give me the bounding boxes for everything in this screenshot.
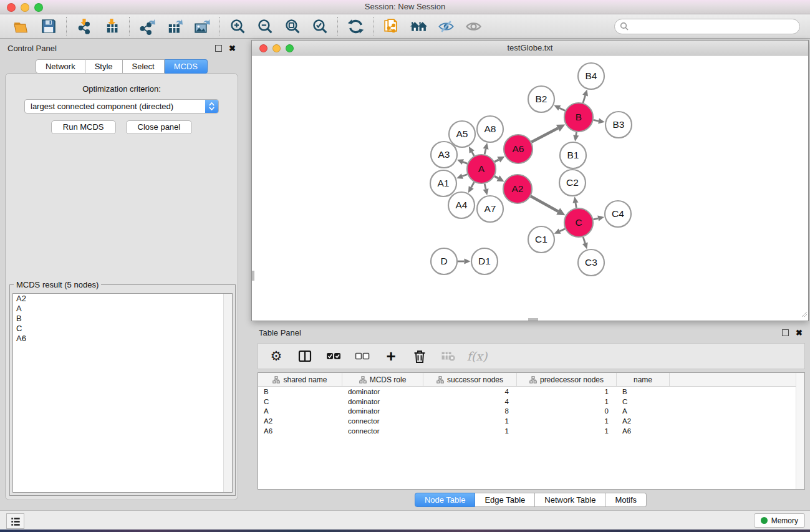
network-canvas[interactable]: B4B2BB3A5A8A6A3B1AC2A1A2A4A7C4CC1DD1C3 — [252, 56, 808, 321]
zoom-selected-icon[interactable] — [310, 16, 330, 36]
table-row[interactable]: Cdominator41C — [258, 397, 804, 407]
float-panel-icon[interactable] — [215, 45, 222, 52]
result-item-c[interactable]: C — [13, 324, 232, 334]
import-network-icon[interactable] — [74, 16, 94, 36]
table-row[interactable]: Bdominator41B — [258, 387, 804, 397]
network-maximize-icon[interactable] — [286, 44, 294, 52]
open-file-icon[interactable] — [11, 16, 31, 36]
minimize-window-icon[interactable] — [21, 3, 29, 12]
cell-shared-name[interactable]: A2 — [258, 417, 342, 425]
cell-successor-nodes[interactable]: 1 — [423, 417, 517, 425]
unselect-all-columns-icon[interactable] — [353, 347, 372, 365]
zoom-in-icon[interactable] — [228, 16, 248, 36]
cell-MCDS-role[interactable]: connector — [342, 427, 423, 435]
node-C3[interactable]: C3 — [578, 249, 604, 276]
show-graphics-details-icon[interactable] — [463, 16, 483, 36]
memory-button[interactable]: Memory — [754, 513, 805, 528]
close-table-panel-icon[interactable]: ✖ — [796, 329, 803, 337]
new-network-from-selection-icon[interactable] — [381, 16, 401, 36]
column-header-shared-name[interactable]: shared name — [258, 373, 342, 386]
node-C2[interactable]: C2 — [559, 170, 586, 196]
node-A5[interactable]: A5 — [449, 121, 475, 147]
cell-successor-nodes[interactable]: 1 — [423, 427, 517, 435]
node-A8[interactable]: A8 — [477, 116, 503, 142]
edge-B-B4[interactable] — [583, 95, 586, 103]
edge-B-B3[interactable] — [594, 120, 599, 121]
export-network-icon[interactable] — [137, 16, 157, 36]
resize-grip-icon[interactable] — [800, 309, 808, 320]
node-B1[interactable]: B1 — [560, 142, 586, 168]
cell-predecessor-nodes[interactable]: 1 — [517, 417, 617, 425]
canvas-vertical-scroll-nub[interactable] — [252, 271, 254, 281]
result-item-a2[interactable]: A2 — [13, 294, 232, 304]
close-window-icon[interactable] — [7, 3, 16, 12]
cell-name[interactable]: A6 — [617, 427, 670, 435]
cell-successor-nodes[interactable]: 4 — [423, 388, 517, 395]
cell-MCDS-role[interactable]: dominator — [342, 388, 423, 395]
cell-name[interactable]: A2 — [617, 417, 670, 425]
export-image-icon[interactable] — [192, 16, 212, 36]
cell-MCDS-role[interactable]: connector — [342, 417, 423, 425]
add-column-icon[interactable]: + — [382, 347, 400, 365]
cell-shared-name[interactable]: A — [258, 407, 342, 415]
save-session-icon[interactable] — [39, 16, 59, 36]
node-A6[interactable]: A6 — [504, 135, 533, 163]
tab-edge-table[interactable]: Edge Table — [475, 493, 535, 507]
edge-A2-C[interactable] — [531, 196, 558, 211]
cell-shared-name[interactable]: B — [258, 388, 342, 395]
edge-A-A5[interactable] — [472, 152, 475, 156]
edge-A-A1[interactable] — [462, 174, 467, 176]
network-window-titlebar[interactable]: testGlobe.txt — [252, 41, 808, 56]
cell-predecessor-nodes[interactable]: 1 — [517, 388, 617, 395]
export-table-icon[interactable] — [165, 16, 185, 36]
close-panel-button[interactable]: Close panel — [126, 120, 193, 134]
result-item-b[interactable]: B — [13, 314, 232, 324]
node-A7[interactable]: A7 — [477, 196, 503, 222]
node-A1[interactable]: A1 — [430, 170, 456, 196]
cell-name[interactable]: A — [617, 407, 670, 415]
column-header-MCDS-role[interactable]: MCDS role — [342, 373, 423, 386]
tab-select[interactable]: Select — [123, 59, 165, 74]
table-settings-icon[interactable]: ⚙ — [267, 347, 286, 365]
cell-predecessor-nodes[interactable]: 0 — [517, 407, 617, 415]
edge-A-A6[interactable] — [494, 160, 499, 162]
edge-B-B2[interactable] — [559, 108, 565, 110]
tab-network[interactable]: Network — [36, 59, 85, 74]
node-A3[interactable]: A3 — [431, 142, 457, 168]
network-minimize-icon[interactable] — [272, 44, 281, 52]
result-item-a6[interactable]: A6 — [13, 334, 232, 344]
cell-name[interactable]: C — [617, 398, 670, 405]
cell-successor-nodes[interactable]: 4 — [423, 398, 517, 405]
edge-A-A7[interactable] — [485, 183, 486, 189]
import-table-icon[interactable] — [102, 16, 122, 36]
result-list-scrollbar[interactable] — [223, 294, 232, 492]
edge-C-C3[interactable] — [583, 237, 585, 243]
tab-style[interactable]: Style — [85, 59, 123, 74]
node-B[interactable]: B — [564, 103, 593, 132]
cell-predecessor-nodes[interactable]: 1 — [517, 427, 617, 435]
search-input[interactable] — [614, 19, 800, 34]
edge-A-A3[interactable] — [463, 162, 467, 164]
tab-node-table[interactable]: Node Table — [415, 493, 476, 507]
hide-graphics-details-icon[interactable] — [436, 16, 456, 36]
node-B2[interactable]: B2 — [528, 86, 554, 112]
table-row[interactable]: A2connector11A2 — [258, 416, 804, 426]
node-D[interactable]: D — [431, 248, 457, 274]
cell-MCDS-role[interactable]: dominator — [342, 407, 423, 415]
edge-C-C2[interactable] — [576, 203, 576, 208]
edge-A-A4[interactable] — [471, 182, 475, 188]
cell-shared-name[interactable]: A6 — [258, 427, 342, 435]
node-C1[interactable]: C1 — [528, 226, 554, 253]
cell-successor-nodes[interactable]: 8 — [423, 407, 517, 415]
node-A2[interactable]: A2 — [503, 175, 532, 203]
apply-layout-icon[interactable] — [345, 16, 365, 36]
column-header-name[interactable]: name — [617, 373, 670, 386]
delete-column-icon[interactable] — [410, 347, 429, 365]
node-C4[interactable]: C4 — [605, 201, 631, 227]
close-panel-icon[interactable]: ✖ — [229, 44, 236, 52]
zoom-out-icon[interactable] — [255, 16, 275, 36]
cell-MCDS-role[interactable]: dominator — [342, 398, 423, 405]
cell-name[interactable]: B — [617, 388, 670, 395]
edge-C-C1[interactable] — [560, 229, 565, 231]
tab-mcds[interactable]: MCDS — [165, 59, 208, 74]
